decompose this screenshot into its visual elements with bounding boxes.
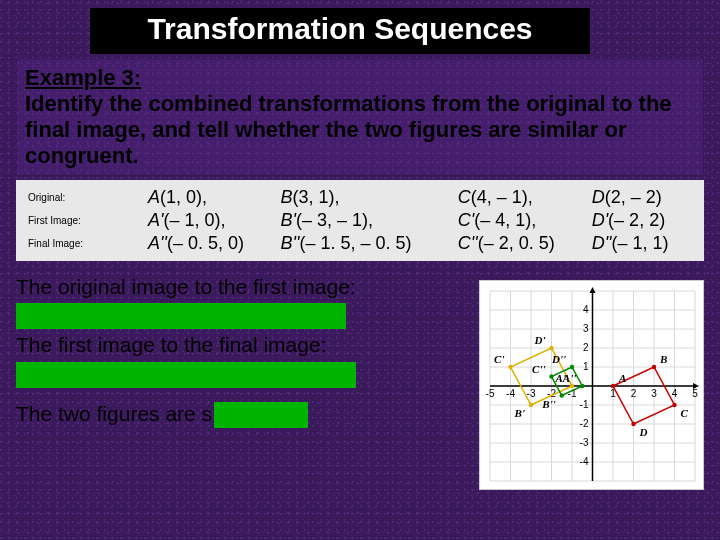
svg-point-51 bbox=[631, 422, 635, 426]
coordinate-graph: -5-4-3-2-112345-4-3-2-11234ABCDA'B'C'D'A… bbox=[479, 280, 704, 490]
svg-text:2: 2 bbox=[631, 388, 637, 399]
svg-text:D'': D'' bbox=[551, 353, 566, 365]
svg-point-63 bbox=[580, 384, 584, 388]
svg-text:4: 4 bbox=[672, 388, 678, 399]
cell: C'(– 4, 1), bbox=[454, 209, 588, 232]
cell: D''(– 1, 1) bbox=[588, 232, 696, 255]
svg-text:B'': B'' bbox=[541, 398, 555, 410]
svg-text:D': D' bbox=[534, 334, 546, 346]
svg-text:D: D bbox=[639, 426, 648, 438]
svg-point-56 bbox=[529, 403, 533, 407]
svg-text:-3: -3 bbox=[527, 388, 536, 399]
answer-block-2 bbox=[16, 362, 356, 388]
svg-point-65 bbox=[560, 393, 564, 397]
svg-point-60 bbox=[549, 346, 553, 350]
coordinates-table: Original: A(1, 0), B(3, 1), C(4, – 1), D… bbox=[24, 186, 696, 255]
cell: A''(– 0. 5, 0) bbox=[144, 232, 277, 255]
svg-text:C': C' bbox=[494, 353, 504, 365]
cell: A(1, 0), bbox=[144, 186, 277, 209]
cell: D'(– 2, 2) bbox=[588, 209, 696, 232]
svg-text:2: 2 bbox=[583, 342, 589, 353]
body-line-2: The first image to the final image: bbox=[16, 333, 466, 357]
svg-point-45 bbox=[611, 384, 615, 388]
svg-text:4: 4 bbox=[583, 304, 589, 315]
svg-marker-25 bbox=[590, 287, 596, 293]
svg-text:3: 3 bbox=[651, 388, 657, 399]
svg-point-58 bbox=[508, 365, 512, 369]
row-label: First Image: bbox=[24, 209, 144, 232]
svg-text:-5: -5 bbox=[486, 388, 495, 399]
answer-block-1 bbox=[16, 303, 346, 329]
svg-text:-1: -1 bbox=[580, 399, 589, 410]
slide-title: Transformation Sequences bbox=[90, 8, 590, 54]
svg-text:-3: -3 bbox=[580, 437, 589, 448]
body-text: The original image to the first image: T… bbox=[16, 275, 466, 432]
table-row: Final Image: A''(– 0. 5, 0) B''(– 1. 5, … bbox=[24, 232, 696, 255]
cell: D(2, – 2) bbox=[588, 186, 696, 209]
body-line-1: The original image to the first image: bbox=[16, 275, 466, 299]
svg-text:B': B' bbox=[514, 407, 525, 419]
cell: B'(– 3, – 1), bbox=[277, 209, 454, 232]
table-row: Original: A(1, 0), B(3, 1), C(4, – 1), D… bbox=[24, 186, 696, 209]
svg-point-49 bbox=[672, 403, 676, 407]
table-row: First Image: A'(– 1, 0), B'(– 3, – 1), C… bbox=[24, 209, 696, 232]
svg-text:-4: -4 bbox=[506, 388, 515, 399]
example-prompt: Example 3: Identify the combined transfo… bbox=[16, 58, 704, 176]
cell: C(4, – 1), bbox=[454, 186, 588, 209]
svg-text:C: C bbox=[681, 407, 689, 419]
answer-block-3 bbox=[214, 402, 308, 428]
svg-text:3: 3 bbox=[583, 323, 589, 334]
svg-text:1: 1 bbox=[583, 361, 589, 372]
example-text: Identify the combined transformations fr… bbox=[25, 91, 672, 168]
row-label: Original: bbox=[24, 186, 144, 209]
cell: B''(– 1. 5, – 0. 5) bbox=[277, 232, 454, 255]
cell: B(3, 1), bbox=[277, 186, 454, 209]
svg-point-67 bbox=[549, 374, 553, 378]
cell: C''(– 2, 0. 5) bbox=[454, 232, 588, 255]
svg-point-54 bbox=[570, 384, 574, 388]
svg-text:C'': C'' bbox=[532, 363, 545, 375]
svg-text:5: 5 bbox=[692, 388, 698, 399]
coordinates-box: Original: A(1, 0), B(3, 1), C(4, – 1), D… bbox=[16, 180, 704, 261]
svg-point-69 bbox=[570, 365, 574, 369]
example-heading: Example 3: bbox=[25, 65, 141, 90]
row-label: Final Image: bbox=[24, 232, 144, 255]
svg-text:-4: -4 bbox=[580, 456, 589, 467]
svg-text:A: A bbox=[618, 372, 626, 384]
svg-text:B: B bbox=[659, 353, 667, 365]
svg-text:-2: -2 bbox=[580, 418, 589, 429]
body-line-3: The two figures are s bbox=[16, 402, 466, 428]
svg-point-47 bbox=[652, 365, 656, 369]
svg-text:A'': A'' bbox=[562, 372, 576, 384]
cell: A'(– 1, 0), bbox=[144, 209, 277, 232]
